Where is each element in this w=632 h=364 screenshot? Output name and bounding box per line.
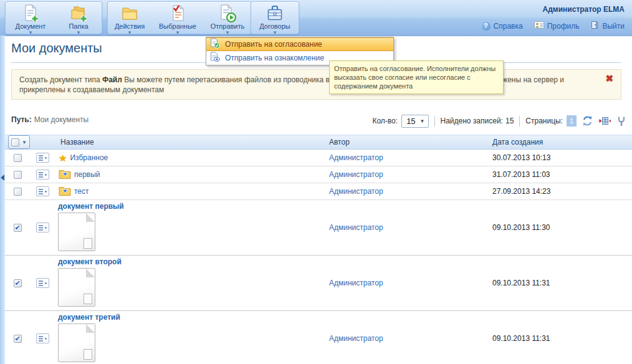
row-menu-button[interactable]: [36, 153, 49, 163]
author-link[interactable]: Администратор: [329, 170, 383, 179]
send-review-icon: [209, 52, 220, 64]
close-icon[interactable]: [605, 74, 613, 84]
document-link[interactable]: документ третий: [58, 313, 329, 322]
file-badge-icon: [84, 294, 92, 304]
profile-link[interactable]: Профиль: [534, 21, 580, 31]
path-label: Путь:: [11, 115, 32, 124]
page-size-select[interactable]: 15 ▼: [401, 115, 428, 128]
table-row: документ первый Администратор 09.10.2013…: [5, 200, 632, 256]
row-menu-button[interactable]: [36, 333, 49, 343]
date-created: 09.10.2013 11:30: [492, 223, 632, 232]
select-all-checkbox[interactable]: [11, 138, 19, 146]
folder-link[interactable]: Избранное: [70, 153, 108, 162]
selected-button[interactable]: Выбранные ▼: [151, 2, 204, 34]
path-value: Мои документы: [34, 115, 89, 124]
pages-label: Страницы:: [525, 117, 563, 125]
document-thumbnail[interactable]: [58, 268, 95, 307]
chevron-down-icon: ▼: [22, 140, 27, 145]
menu-item-label: Отправить на ознакомление: [225, 54, 324, 62]
column-header-author[interactable]: Автор: [329, 138, 492, 146]
file-badge-icon: [84, 238, 92, 249]
date-created: 09.10.2013 11:31: [492, 334, 632, 343]
chevron-down-icon: ▼: [28, 31, 33, 36]
export-columns-button[interactable]: [598, 116, 612, 126]
chevron-down-icon: ▼: [225, 31, 230, 36]
chevron-down-icon: ▼: [127, 31, 132, 36]
folder-button-label: Папка: [69, 22, 88, 30]
tooltip: Отправить на согласование. Исполнители д…: [329, 60, 504, 94]
folder-button[interactable]: Папка ▼: [55, 2, 102, 34]
logout-link-label: Выйти: [602, 22, 625, 31]
document-link[interactable]: документ первый: [58, 202, 329, 211]
chevron-down-icon: ▼: [175, 31, 180, 36]
sidebar-collapse-handle[interactable]: [1, 175, 4, 181]
date-created: 31.07.2013 11:03: [492, 170, 632, 179]
row-menu-button[interactable]: [36, 223, 49, 232]
row-checkbox[interactable]: [14, 154, 22, 162]
author-link[interactable]: Администратор: [329, 279, 383, 287]
actions-button[interactable]: Действия ▼: [108, 2, 151, 34]
help-link[interactable]: Справка: [482, 22, 523, 31]
logout-link[interactable]: Выйти: [590, 21, 625, 31]
author-link[interactable]: Администратор: [329, 334, 383, 343]
help-link-label: Справка: [494, 22, 523, 31]
chevron-down-icon: ▼: [76, 31, 81, 36]
page-number-button[interactable]: 1: [567, 115, 577, 127]
folder-add-icon: [69, 4, 88, 22]
chevron-down-icon: ▼: [272, 31, 277, 36]
row-checkbox[interactable]: [14, 224, 22, 232]
row-checkbox[interactable]: [14, 171, 22, 179]
column-header-name[interactable]: Название: [55, 138, 329, 146]
menu-item-label: Отправить на согласование: [225, 40, 322, 49]
document-add-icon: [21, 4, 40, 22]
folder-link[interactable]: тест: [74, 187, 89, 196]
actions-folder-icon: [120, 4, 139, 22]
documents-table: ▼ Название Автор Дата создания Избранное…: [5, 135, 632, 364]
actions-button-label: Действия: [115, 22, 145, 30]
page-size-value: 15: [406, 117, 415, 126]
table-row: документ второй Администратор 09.10.2013…: [5, 256, 632, 311]
row-checkbox[interactable]: [14, 279, 22, 287]
info-banner: Создать документ типа Файл Вы можете пут…: [11, 69, 621, 100]
divider: [434, 116, 435, 127]
found-label: Найдено записей:: [441, 117, 503, 125]
contracts-briefcase-icon: [266, 4, 284, 22]
date-created: 27.09.2013 14:23: [492, 187, 632, 196]
selected-docs-icon: [168, 4, 187, 22]
row-menu-button[interactable]: [36, 278, 49, 288]
select-all-dropdown[interactable]: ▼: [8, 135, 30, 149]
document-link[interactable]: документ второй: [58, 257, 329, 266]
settings-wrench-icon[interactable]: [617, 116, 626, 127]
folder-filter-icon: [59, 169, 71, 181]
send-button-label: Отправить: [211, 22, 245, 30]
current-user-label: Администратор ELMA: [543, 5, 625, 14]
send-button[interactable]: Отправить ▼: [204, 2, 251, 34]
author-link[interactable]: Администратор: [329, 223, 383, 232]
author-link[interactable]: Администратор: [329, 187, 383, 196]
table-row: первый Администратор 31.07.2013 11:03: [5, 166, 632, 183]
row-menu-button[interactable]: [36, 186, 49, 196]
folder-link[interactable]: первый: [74, 170, 100, 179]
top-ribbon: Документ ▼ Папка ▼: [0, 0, 632, 36]
row-checkbox[interactable]: [14, 335, 22, 343]
menu-item-send-approval[interactable]: Отправить на согласование: [206, 37, 393, 51]
document-thumbnail[interactable]: [58, 323, 95, 362]
toolbar-group-actions: Действия ▼ Выбранные ▼: [107, 1, 252, 34]
document-button[interactable]: Документ ▼: [6, 2, 55, 34]
chevron-down-icon: ▼: [420, 118, 425, 124]
row-menu-button[interactable]: [36, 170, 49, 180]
column-header-date[interactable]: Дата создания: [492, 138, 632, 146]
contracts-button-label: Договоры: [259, 22, 290, 30]
table-row: документ третий Администратор 09.10.2013…: [5, 311, 632, 364]
document-thumbnail[interactable]: [58, 213, 95, 251]
profile-icon: [534, 21, 544, 31]
page-title: Мои документы: [11, 41, 102, 55]
refresh-button[interactable]: [582, 115, 593, 127]
contracts-button[interactable]: Договоры ▼: [251, 2, 299, 34]
author-link[interactable]: Администратор: [329, 153, 383, 162]
user-links: Справка Профиль Выйти: [482, 21, 625, 31]
document-button-label: Документ: [16, 22, 46, 30]
row-checkbox[interactable]: [14, 188, 22, 196]
selected-button-label: Выбранные: [159, 22, 196, 30]
toolbar-group-create: Документ ▼ Папка ▼: [5, 1, 102, 34]
